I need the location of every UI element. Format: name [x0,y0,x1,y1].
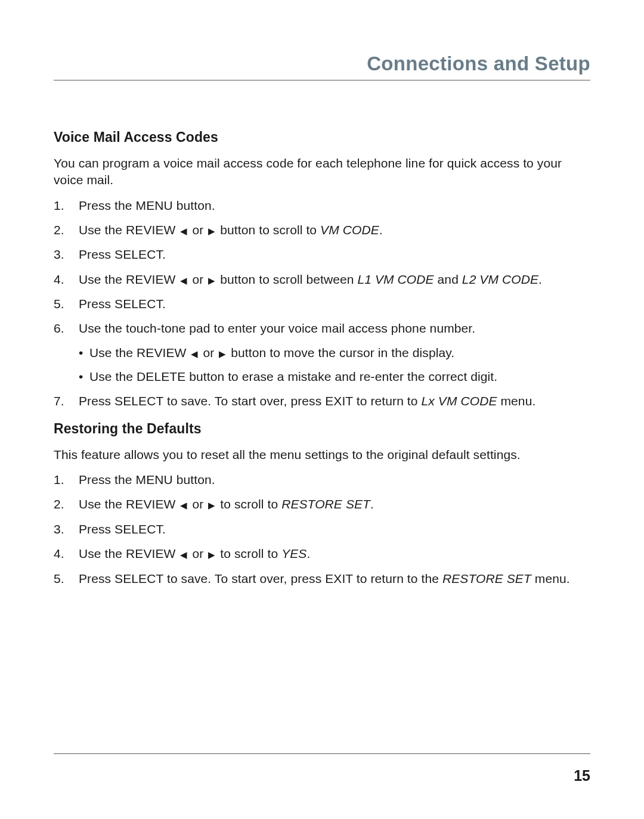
step-text: Press SELECT. [79,247,166,261]
section-heading-voice-mail: Voice Mail Access Codes [54,129,590,145]
left-arrow-icon: ◀ [190,348,199,360]
step-text: button to scroll between [216,272,357,286]
right-arrow-icon: ▶ [207,225,216,237]
section2-steps-list: Press the MENU button. Use the REVIEW ◀ … [54,471,590,587]
list-item: Use the REVIEW ◀ or ▶ to scroll to YES. [54,545,590,562]
step-text: . [370,497,374,511]
menu-label: RESTORE SET [281,497,370,511]
step-text: Use the REVIEW [79,497,179,511]
list-item: Use the REVIEW ◀ or ▶ button to scroll t… [54,222,590,238]
step-text: and [434,272,462,286]
step-text: Press SELECT. [79,297,166,311]
step-text: . [306,547,310,560]
right-arrow-icon: ▶ [207,275,216,287]
footer-rule [54,753,590,754]
step-text: or [189,547,208,560]
step-text: Use the REVIEW [79,547,179,560]
step-text: Press the MENU button. [79,198,215,212]
step-text: Use the REVIEW [89,346,190,359]
step-text: Use the DELETE button to erase a mistake… [89,370,497,383]
left-arrow-icon: ◀ [179,549,188,561]
left-arrow-icon: ◀ [179,500,188,511]
list-item: Use the REVIEW ◀ or ▶ button to move the… [79,345,590,361]
step-text: . [379,223,383,237]
step-text: . [538,272,542,286]
step-text: Press SELECT. [79,522,166,536]
sub-bullet-list: Use the REVIEW ◀ or ▶ button to move the… [79,345,590,386]
step-text: or [200,346,218,359]
step-text: menu. [531,572,570,585]
list-item: Press SELECT. [54,521,590,538]
menu-label: L2 VM CODE [462,272,538,286]
step-text: to scroll to [216,497,281,511]
section1-steps-list: Press the MENU button. Use the REVIEW ◀ … [54,197,590,410]
list-item: Use the REVIEW ◀ or ▶ button to scroll b… [54,271,590,288]
step-text: or [189,497,208,511]
menu-label: RESTORE SET [442,572,531,585]
step-text: Press SELECT to save. To start over, pre… [79,394,422,408]
section-heading-restoring: Restoring the Defaults [54,421,590,437]
step-text: or [189,223,208,237]
menu-label: Lx VM CODE [422,394,497,408]
page-header-title: Connections and Setup [54,52,590,80]
list-item: Press SELECT to save. To start over, pre… [54,393,590,410]
step-text: menu. [497,394,536,408]
right-arrow-icon: ▶ [207,500,216,511]
list-item: Use the touch-tone pad to enter your voi… [54,320,590,385]
list-item: Press the MENU button. [54,471,590,488]
step-text: Use the REVIEW [79,223,179,237]
right-arrow-icon: ▶ [207,549,216,561]
section2-intro: This feature allows you to reset all the… [54,446,590,463]
left-arrow-icon: ◀ [179,225,188,237]
list-item: Press SELECT. [54,296,590,312]
section1-intro: You can program a voice mail access code… [54,155,590,189]
step-text: Use the touch-tone pad to enter your voi… [79,321,475,335]
right-arrow-icon: ▶ [218,348,227,360]
page-footer: 15 [54,753,590,784]
step-text: button to move the cursor in the display… [227,346,454,359]
step-text: Press SELECT to save. To start over, pre… [79,572,442,585]
step-text: Press the MENU button. [79,473,215,486]
step-text: button to scroll to [216,223,320,237]
list-item: Use the DELETE button to erase a mistake… [79,368,590,385]
step-text: Use the REVIEW [79,272,179,286]
menu-label: VM CODE [320,223,379,237]
list-item: Press the MENU button. [54,197,590,214]
menu-label: L1 VM CODE [357,272,434,286]
left-arrow-icon: ◀ [179,275,188,287]
step-text: to scroll to [216,547,281,560]
list-item: Use the REVIEW ◀ or ▶ to scroll to RESTO… [54,496,590,513]
list-item: Press SELECT to save. To start over, pre… [54,570,590,587]
menu-label: YES [281,547,306,560]
page-number: 15 [54,767,590,784]
step-text: or [189,272,208,286]
list-item: Press SELECT. [54,246,590,263]
